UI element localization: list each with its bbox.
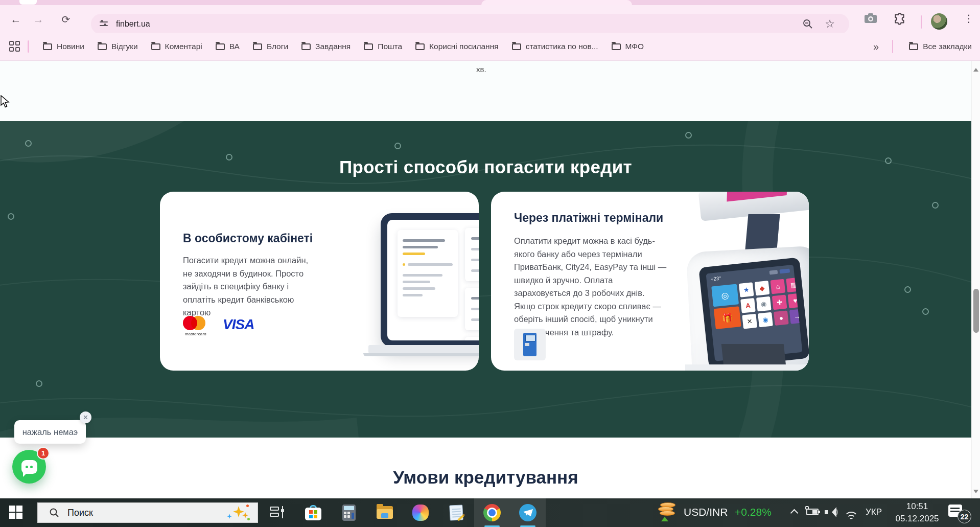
app-tile: ⌂ [771,279,786,294]
taskbar-app-store[interactable] [295,498,331,527]
page-top-strip: хв. [0,61,980,121]
ticker-change[interactable]: +0.28% [735,506,772,518]
currency-widget-icon[interactable] [658,502,676,523]
visa-logo: VISA [223,316,254,333]
laptop-base [368,345,479,353]
bookmark-item-mfo[interactable]: МФО [612,42,644,51]
chat-unread-badge: 1 [37,447,50,460]
profile-avatar[interactable] [931,13,947,30]
toolbar-divider [921,15,922,29]
volume-icon[interactable] [825,507,838,517]
scroll-down-arrow[interactable] [973,490,978,493]
bookmark-item-blohy[interactable]: Блоги [253,42,288,51]
notification-count-badge[interactable]: 22 [958,510,971,523]
bookmarks-bar: Новини Відгуки Коментарі ВА Блоги Завдан… [0,33,980,61]
next-section-heading: Умови кредитування [0,467,971,488]
next-section: Умови кредитування [0,438,980,498]
taskbar-app-explorer[interactable] [367,498,403,527]
app-tile: → [789,309,803,324]
terminal-app-tiles: ◎ 🎁 ★ ◆ ⌂ ▦ А ◉ ✚ [711,277,802,332]
tab-fragment[interactable] [19,0,37,5]
taskbar-app-telegram[interactable] [510,498,546,527]
bookmark-item-va[interactable]: ВА [216,42,240,51]
personal-account-card: В особистому кабінеті Погасити кредит мо… [160,192,479,371]
language-indicator[interactable]: УКР [866,507,882,517]
site-settings-icon[interactable] [100,19,109,29]
browser-menu-icon[interactable]: ⋮ [964,12,974,25]
bookmarks-overflow-chevron[interactable]: » [873,41,879,53]
apps-grid-icon[interactable] [9,41,20,52]
back-button[interactable]: ← [7,11,25,28]
app-tile: ✕ [742,314,757,329]
app-tile: ★ [739,282,754,297]
task-view-icon[interactable] [270,505,285,520]
dashboard-panel [465,337,479,340]
copilot-icon [412,505,429,521]
taskbar-app-calculator[interactable] [331,498,367,527]
chat-tooltip-close-icon[interactable]: ✕ [80,411,91,423]
laptop-base-shadow [363,353,479,356]
scrollbar-thumb[interactable] [973,289,979,333]
decor-circle [8,213,14,220]
wifi-icon[interactable] [844,507,858,518]
app-tile: ✚ [772,295,787,310]
tray-expand-chevron-icon[interactable] [790,509,799,517]
mastercard-label: mastercard [181,332,211,336]
decor-circle [932,202,939,209]
decor-circle [922,308,929,315]
bookmark-label: Корисні посилання [429,42,499,51]
chrome-icon [483,504,501,521]
bookmark-label: Завдання [315,42,351,51]
active-tab[interactable] [481,0,632,5]
scroll-up-arrow[interactable] [973,68,978,72]
forward-button[interactable]: → [30,11,47,28]
card-title: Через платіжні термінали [514,211,663,225]
dashboard-panel [465,288,479,330]
all-bookmarks-label: Все закладки [923,42,972,51]
bookmark-item-statystyka[interactable]: статистика по нов... [512,42,598,51]
start-button[interactable] [9,506,24,520]
app-tile: 🎁 [714,306,741,329]
scrollbar[interactable] [971,61,980,498]
bookmark-item-vidhuky[interactable]: Відгуки [98,42,138,51]
folder-icon [151,43,160,50]
app-tile: ● [774,310,789,326]
decor-circle [36,380,42,387]
telegram-icon [519,504,536,521]
app-tile: ◉ [758,312,773,328]
taskbar-search[interactable]: Поиск [37,502,258,523]
taskbar-app-copilot[interactable] [403,498,438,527]
windows-taskbar: Поиск [0,498,980,527]
truncated-text: хв. [476,65,486,74]
screen-pill [769,270,778,275]
bookmark-label: Пошта [378,42,402,51]
folder-icon [415,43,425,50]
all-bookmarks-button[interactable]: Все закладки [909,42,972,51]
taskbar-app-notepad[interactable] [438,498,474,527]
chat-bubble-icon [21,460,37,474]
bookmark-item-komentari[interactable]: Коментарі [151,42,202,51]
taskbar-clock[interactable]: 10:51 05.12.2025 [892,501,943,524]
bookmark-label: МФО [625,42,644,51]
ticker-pair[interactable]: USD/INR [684,506,728,518]
bookmark-star-icon[interactable]: ☆ [825,17,835,31]
screenshot-camera-icon[interactable] [864,12,878,25]
address-bar[interactable]: finbert.ua ☆ [91,14,849,34]
loan-repayment-section: Прості способи погасити кредит В особист… [0,121,980,438]
folder-icon [98,43,107,50]
extensions-icon[interactable] [893,12,906,26]
reload-button[interactable]: ⟳ [57,11,75,28]
zoom-out-icon[interactable] [802,18,813,30]
bookmark-item-korysni[interactable]: Корисні посилання [415,42,499,51]
app-tile: ◎ [711,284,739,307]
bookmark-item-poshta[interactable]: Пошта [364,42,402,51]
kiosk-thumbnail [514,329,546,360]
decor-circle [685,132,692,139]
screen-pill [779,268,790,273]
bookmark-item-novyny[interactable]: Новини [43,42,84,51]
taskbar-app-chrome[interactable] [474,498,510,527]
battery-icon[interactable] [806,509,819,515]
bookmark-label: Блоги [267,42,288,51]
bookmark-item-zavdannia[interactable]: Завдання [301,42,351,51]
terminal-illustration: +23° ◎ 🎁 ★ ◆ [685,192,809,371]
